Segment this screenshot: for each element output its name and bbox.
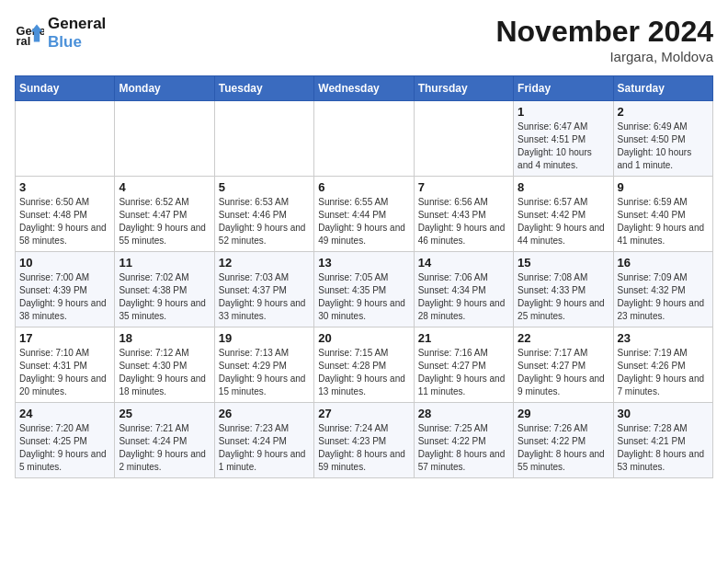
day-info: Sunrise: 7:02 AM Sunset: 4:38 PM Dayligh… bbox=[119, 271, 210, 323]
day-number: 21 bbox=[418, 331, 509, 345]
weekday-header: Monday bbox=[115, 76, 214, 101]
day-info: Sunrise: 7:23 AM Sunset: 4:24 PM Dayligh… bbox=[219, 422, 310, 474]
day-number: 18 bbox=[119, 331, 210, 345]
calendar-week-row: 10Sunrise: 7:00 AM Sunset: 4:39 PM Dayli… bbox=[16, 252, 713, 327]
day-info: Sunrise: 7:00 AM Sunset: 4:39 PM Dayligh… bbox=[19, 271, 110, 323]
day-number: 25 bbox=[119, 407, 210, 420]
calendar-header-row: SundayMondayTuesdayWednesdayThursdayFrid… bbox=[16, 76, 713, 101]
calendar-cell bbox=[414, 101, 513, 177]
calendar-cell: 29Sunrise: 7:26 AM Sunset: 4:22 PM Dayli… bbox=[514, 403, 613, 478]
day-info: Sunrise: 7:15 AM Sunset: 4:28 PM Dayligh… bbox=[318, 347, 409, 398]
day-number: 28 bbox=[418, 407, 509, 420]
weekday-header: Wednesday bbox=[314, 76, 414, 101]
month-title: November 2024 bbox=[495, 15, 713, 49]
day-info: Sunrise: 7:06 AM Sunset: 4:34 PM Dayligh… bbox=[418, 271, 509, 323]
calendar-week-row: 24Sunrise: 7:20 AM Sunset: 4:25 PM Dayli… bbox=[16, 403, 713, 478]
day-info: Sunrise: 7:17 AM Sunset: 4:27 PM Dayligh… bbox=[518, 347, 609, 398]
calendar-cell: 23Sunrise: 7:19 AM Sunset: 4:26 PM Dayli… bbox=[613, 327, 712, 403]
day-info: Sunrise: 7:26 AM Sunset: 4:22 PM Dayligh… bbox=[518, 422, 609, 474]
day-number: 7 bbox=[418, 180, 509, 194]
calendar-cell: 15Sunrise: 7:08 AM Sunset: 4:33 PM Dayli… bbox=[514, 252, 613, 327]
day-number: 5 bbox=[219, 180, 310, 194]
calendar-body: 1Sunrise: 6:47 AM Sunset: 4:51 PM Daylig… bbox=[16, 101, 713, 478]
day-info: Sunrise: 7:10 AM Sunset: 4:31 PM Dayligh… bbox=[19, 347, 110, 398]
day-number: 16 bbox=[618, 256, 709, 270]
calendar-cell: 7Sunrise: 6:56 AM Sunset: 4:43 PM Daylig… bbox=[414, 177, 513, 252]
calendar-cell bbox=[115, 101, 214, 177]
calendar-cell: 30Sunrise: 7:28 AM Sunset: 4:21 PM Dayli… bbox=[613, 403, 712, 478]
day-info: Sunrise: 7:05 AM Sunset: 4:35 PM Dayligh… bbox=[318, 271, 409, 323]
day-info: Sunrise: 6:53 AM Sunset: 4:46 PM Dayligh… bbox=[219, 196, 310, 247]
day-info: Sunrise: 7:08 AM Sunset: 4:33 PM Dayligh… bbox=[518, 271, 609, 323]
day-number: 14 bbox=[418, 256, 509, 270]
calendar-cell: 13Sunrise: 7:05 AM Sunset: 4:35 PM Dayli… bbox=[314, 252, 414, 327]
calendar-cell bbox=[314, 101, 414, 177]
day-number: 30 bbox=[618, 407, 709, 420]
logo-icon: Gene ral bbox=[15, 18, 44, 48]
calendar-cell: 20Sunrise: 7:15 AM Sunset: 4:28 PM Dayli… bbox=[314, 327, 414, 403]
calendar-cell: 4Sunrise: 6:52 AM Sunset: 4:47 PM Daylig… bbox=[115, 177, 214, 252]
day-number: 15 bbox=[518, 256, 609, 270]
calendar-cell: 3Sunrise: 6:50 AM Sunset: 4:48 PM Daylig… bbox=[16, 177, 115, 252]
day-number: 29 bbox=[518, 407, 609, 420]
calendar-cell: 24Sunrise: 7:20 AM Sunset: 4:25 PM Dayli… bbox=[16, 403, 115, 478]
day-number: 4 bbox=[119, 180, 210, 194]
calendar-cell: 12Sunrise: 7:03 AM Sunset: 4:37 PM Dayli… bbox=[214, 252, 313, 327]
calendar-cell: 5Sunrise: 6:53 AM Sunset: 4:46 PM Daylig… bbox=[214, 177, 313, 252]
calendar-cell: 8Sunrise: 6:57 AM Sunset: 4:42 PM Daylig… bbox=[514, 177, 613, 252]
calendar-cell: 2Sunrise: 6:49 AM Sunset: 4:50 PM Daylig… bbox=[613, 101, 712, 177]
calendar-week-row: 3Sunrise: 6:50 AM Sunset: 4:48 PM Daylig… bbox=[16, 177, 713, 252]
day-number: 13 bbox=[318, 256, 409, 270]
calendar-cell: 28Sunrise: 7:25 AM Sunset: 4:22 PM Dayli… bbox=[414, 403, 513, 478]
day-number: 6 bbox=[318, 180, 409, 194]
logo: Gene ral General Blue bbox=[15, 15, 106, 52]
calendar-cell: 11Sunrise: 7:02 AM Sunset: 4:38 PM Dayli… bbox=[115, 252, 214, 327]
day-number: 11 bbox=[119, 256, 210, 270]
day-number: 9 bbox=[618, 180, 709, 194]
day-info: Sunrise: 6:47 AM Sunset: 4:51 PM Dayligh… bbox=[518, 121, 609, 172]
calendar-cell: 10Sunrise: 7:00 AM Sunset: 4:39 PM Dayli… bbox=[16, 252, 115, 327]
day-number: 23 bbox=[618, 331, 709, 345]
calendar-cell: 18Sunrise: 7:12 AM Sunset: 4:30 PM Dayli… bbox=[115, 327, 214, 403]
calendar-cell bbox=[16, 101, 115, 177]
day-number: 22 bbox=[518, 331, 609, 345]
day-number: 1 bbox=[518, 105, 609, 119]
calendar-cell: 14Sunrise: 7:06 AM Sunset: 4:34 PM Dayli… bbox=[414, 252, 513, 327]
day-info: Sunrise: 7:13 AM Sunset: 4:29 PM Dayligh… bbox=[219, 347, 310, 398]
calendar-cell: 21Sunrise: 7:16 AM Sunset: 4:27 PM Dayli… bbox=[414, 327, 513, 403]
day-number: 17 bbox=[19, 331, 110, 345]
logo-line1: General bbox=[48, 15, 106, 33]
calendar-cell: 16Sunrise: 7:09 AM Sunset: 4:32 PM Dayli… bbox=[613, 252, 712, 327]
day-info: Sunrise: 7:25 AM Sunset: 4:22 PM Dayligh… bbox=[418, 422, 509, 474]
day-info: Sunrise: 6:49 AM Sunset: 4:50 PM Dayligh… bbox=[618, 121, 709, 172]
logo-line2: Blue bbox=[48, 33, 106, 52]
calendar-cell: 26Sunrise: 7:23 AM Sunset: 4:24 PM Dayli… bbox=[214, 403, 313, 478]
calendar-cell: 17Sunrise: 7:10 AM Sunset: 4:31 PM Dayli… bbox=[16, 327, 115, 403]
day-number: 2 bbox=[618, 105, 709, 119]
day-info: Sunrise: 6:56 AM Sunset: 4:43 PM Dayligh… bbox=[418, 196, 509, 247]
header: Gene ral General Blue November 2024 Iarg… bbox=[15, 15, 713, 64]
day-info: Sunrise: 6:59 AM Sunset: 4:40 PM Dayligh… bbox=[618, 196, 709, 247]
day-info: Sunrise: 6:50 AM Sunset: 4:48 PM Dayligh… bbox=[19, 196, 110, 247]
day-info: Sunrise: 7:03 AM Sunset: 4:37 PM Dayligh… bbox=[219, 271, 310, 323]
day-info: Sunrise: 7:28 AM Sunset: 4:21 PM Dayligh… bbox=[618, 422, 709, 474]
weekday-header: Thursday bbox=[414, 76, 513, 101]
day-info: Sunrise: 6:55 AM Sunset: 4:44 PM Dayligh… bbox=[318, 196, 409, 247]
day-number: 10 bbox=[19, 256, 110, 270]
day-info: Sunrise: 7:16 AM Sunset: 4:27 PM Dayligh… bbox=[418, 347, 509, 398]
day-number: 8 bbox=[518, 180, 609, 194]
svg-text:ral: ral bbox=[17, 34, 31, 48]
day-info: Sunrise: 6:57 AM Sunset: 4:42 PM Dayligh… bbox=[518, 196, 609, 247]
calendar-cell: 1Sunrise: 6:47 AM Sunset: 4:51 PM Daylig… bbox=[514, 101, 613, 177]
weekday-header: Sunday bbox=[16, 76, 115, 101]
calendar-cell: 9Sunrise: 6:59 AM Sunset: 4:40 PM Daylig… bbox=[613, 177, 712, 252]
weekday-header: Saturday bbox=[613, 76, 712, 101]
calendar-week-row: 1Sunrise: 6:47 AM Sunset: 4:51 PM Daylig… bbox=[16, 101, 713, 177]
day-number: 27 bbox=[318, 407, 409, 420]
calendar-cell: 19Sunrise: 7:13 AM Sunset: 4:29 PM Dayli… bbox=[214, 327, 313, 403]
calendar-cell bbox=[214, 101, 313, 177]
day-info: Sunrise: 7:12 AM Sunset: 4:30 PM Dayligh… bbox=[119, 347, 210, 398]
weekday-header: Tuesday bbox=[214, 76, 313, 101]
day-number: 19 bbox=[219, 331, 310, 345]
weekday-header: Friday bbox=[514, 76, 613, 101]
